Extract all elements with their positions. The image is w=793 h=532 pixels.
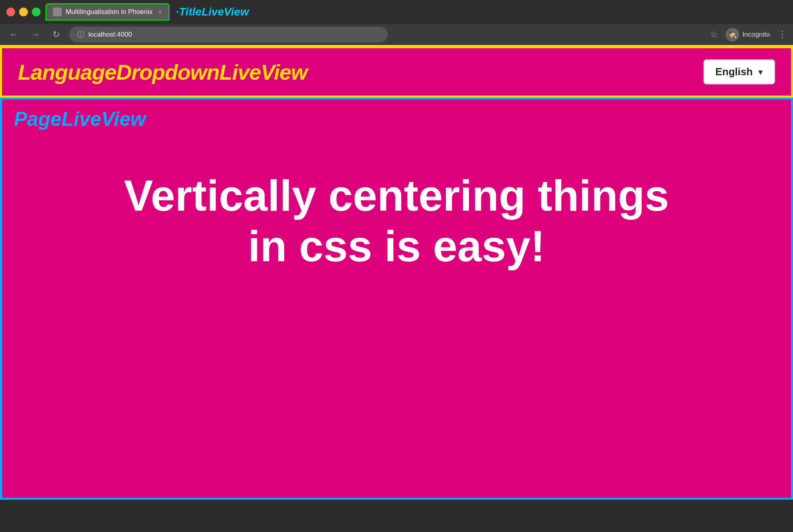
menu-icon[interactable]: ⋮ — [778, 29, 787, 40]
nav-actions: ☆ 🕵 Incognito ⋮ — [710, 28, 787, 41]
title-liveview-label: ·TitleLiveView — [176, 6, 249, 18]
incognito-label: Incognito — [742, 31, 770, 39]
incognito-button[interactable]: 🕵 Incognito — [726, 28, 770, 41]
browser-chrome: Multilingualisation in Phoenix × ·TitleL… — [0, 0, 793, 500]
active-tab[interactable]: Multilingualisation in Phoenix × — [45, 3, 170, 21]
tab-favicon-icon — [53, 8, 62, 16]
title-bar: Multilingualisation in Phoenix × ·TitleL… — [0, 0, 793, 24]
yellow-outline-section: LanguageDropdownLiveView English ▾ — [0, 46, 793, 98]
address-text: localhost:4000 — [88, 31, 132, 39]
reload-button[interactable]: ↻ — [49, 28, 63, 41]
address-info-icon: ⓘ — [77, 30, 84, 39]
language-dropdown[interactable]: English ▾ — [703, 59, 775, 84]
main-heading: Vertically centering things in css is ea… — [14, 155, 779, 287]
language-dropdown-liveview-title: LanguageDropdownLiveView — [18, 60, 307, 84]
page-liveview-label: PageLiveView — [14, 108, 779, 131]
header-bar: LanguageDropdownLiveView English ▾ — [2, 48, 791, 96]
address-bar[interactable]: ⓘ localhost:4000 — [69, 27, 388, 43]
tab-bar: Multilingualisation in Phoenix × ·TitleL… — [45, 3, 787, 21]
close-traffic-light[interactable] — [6, 8, 15, 16]
bookmark-icon[interactable]: ☆ — [710, 29, 718, 40]
tab-title: Multilingualisation in Phoenix — [66, 8, 152, 16]
forward-button[interactable]: → — [28, 28, 43, 41]
tab-close-button[interactable]: × — [158, 8, 162, 16]
blue-outline-section: PageLiveView Vertically centering things… — [0, 98, 793, 500]
incognito-icon: 🕵 — [726, 28, 739, 41]
main-heading-line1: Vertically centering things — [124, 171, 669, 220]
language-dropdown-selected: English — [715, 66, 753, 78]
traffic-lights — [6, 8, 41, 16]
minimize-traffic-light[interactable] — [19, 8, 28, 16]
nav-bar: ← → ↻ ⓘ localhost:4000 ☆ 🕵 Incognito ⋮ — [0, 24, 793, 46]
dropdown-arrow-icon: ▾ — [758, 67, 762, 77]
back-button[interactable]: ← — [6, 28, 21, 41]
main-content: PageLiveView Vertically centering things… — [2, 100, 791, 498]
maximize-traffic-light[interactable] — [32, 8, 41, 16]
address-host: localhost:4000 — [88, 31, 132, 38]
main-heading-line2: in css is easy! — [248, 221, 545, 270]
